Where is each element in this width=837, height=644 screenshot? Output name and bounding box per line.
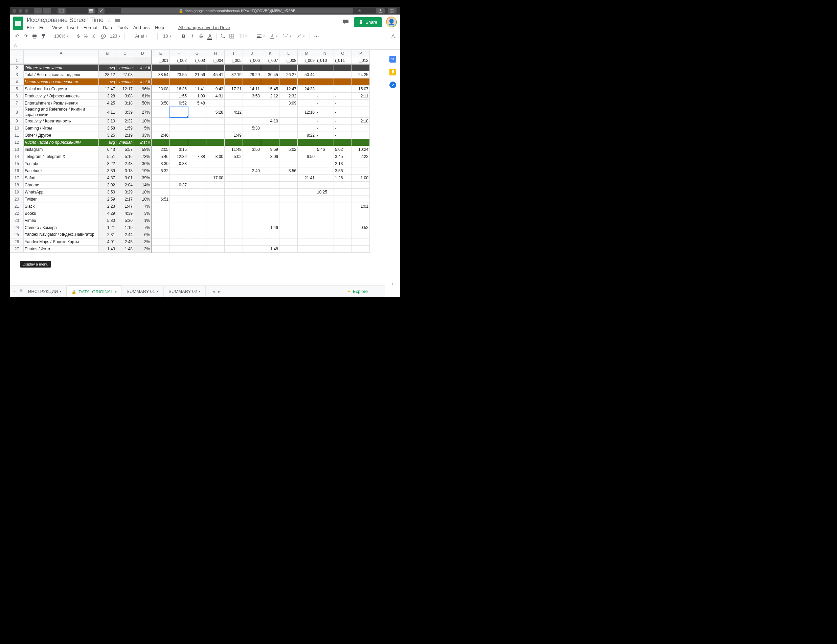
doc-title[interactable]: Исследование Screen Time — [27, 16, 103, 24]
sidebar-icon — [59, 9, 64, 13]
browser-window: ‹ › 🔒 docs.google.com/spreadsheets/d/1fP… — [10, 7, 400, 297]
text-color-button[interactable]: A — [206, 32, 213, 40]
traffic-lights[interactable] — [13, 9, 28, 13]
menu-file[interactable]: File — [27, 25, 34, 30]
halign-button[interactable] — [255, 32, 267, 40]
more-tools-button[interactable]: ⋯ — [313, 32, 320, 40]
svg-rect-7 — [391, 9, 394, 12]
back-button[interactable]: ‹ — [34, 8, 42, 13]
menu-tools[interactable]: Tools — [117, 25, 128, 30]
svg-rect-2 — [89, 9, 94, 10]
svg-rect-12 — [42, 34, 45, 36]
menu-view[interactable]: View — [52, 25, 62, 30]
font-dropdown[interactable]: Arial — [128, 32, 154, 40]
share-icon — [379, 9, 382, 13]
reload-button[interactable]: ⟳ — [358, 8, 364, 13]
fill-color-button[interactable] — [219, 32, 226, 40]
maximize-window-icon[interactable] — [25, 9, 28, 13]
tab-next-button[interactable]: ▸ — [218, 289, 221, 294]
add-sheet-button[interactable]: + — [13, 288, 17, 295]
menu-edit[interactable]: Edit — [39, 25, 47, 30]
keep-icon[interactable] — [389, 69, 396, 75]
share-browser-button[interactable] — [376, 8, 385, 13]
browser-toolbar: ‹ › 🔒 docs.google.com/spreadsheets/d/1fP… — [10, 7, 400, 15]
print-button[interactable] — [31, 32, 38, 40]
save-status[interactable]: All changes saved in Drive — [178, 25, 230, 30]
svg-rect-3 — [89, 10, 94, 11]
spreadsheet-grid[interactable]: ABCDEFGHIJKLMNOP1i_001i_002i_003i_004i_0… — [10, 50, 385, 293]
merge-button[interactable] — [237, 32, 249, 40]
redo-button[interactable]: ↷ — [22, 32, 30, 40]
svg-point-13 — [224, 37, 225, 38]
comments-button[interactable] — [342, 18, 350, 26]
url-text: docs.google.com/spreadsheets/d/1fPsxeTQO… — [185, 9, 296, 13]
menu-format[interactable]: Format — [84, 25, 97, 30]
tab-summary-01[interactable]: SUMMARY 01▾ — [122, 286, 164, 297]
tabs-icon — [390, 9, 394, 13]
svg-rect-18 — [242, 34, 244, 38]
svg-rect-4 — [89, 11, 94, 13]
calendar-icon[interactable]: 31 — [389, 56, 396, 62]
borders-button[interactable] — [228, 32, 235, 40]
fx-label: fx — [10, 42, 22, 49]
explore-icon: ✦ — [347, 289, 351, 294]
valign-button[interactable] — [268, 32, 280, 40]
tabs-browser-button[interactable] — [388, 8, 397, 13]
wrap-button[interactable] — [281, 32, 293, 40]
tooltip: Display a menu — [20, 261, 51, 267]
sidebar-toggle-button[interactable] — [57, 8, 66, 13]
extension-1-icon[interactable] — [88, 8, 95, 13]
menu-insert[interactable]: Insert — [67, 25, 78, 30]
explore-button[interactable]: ✦ Explore — [347, 289, 371, 294]
menu-bar: File Edit View Insert Format Data Tools … — [27, 25, 342, 30]
menu-addons[interactable]: Add-ons — [133, 25, 149, 30]
lock-share-icon — [359, 20, 363, 25]
toolbar: ↶ ↷ 100% $ % .0 .0̲0 123 Arial 10 B I S … — [10, 30, 400, 42]
star-icon[interactable]: ☆ — [107, 17, 112, 23]
sheets-header: Исследование Screen Time ☆ File Edit Vie… — [10, 15, 400, 30]
format-percent[interactable]: % — [82, 32, 89, 40]
menu-data[interactable]: Data — [103, 25, 112, 30]
tab-instructions[interactable]: ИНСТРУКЦИИ▾ — [23, 286, 67, 297]
collapse-toolbar-button[interactable]: ᐱ — [389, 32, 397, 40]
brush-icon — [99, 9, 103, 13]
format-more[interactable]: 123 — [108, 32, 122, 40]
tab-prev-button[interactable]: ◂ — [212, 289, 215, 294]
folder-icon[interactable] — [115, 18, 120, 23]
italic-button[interactable]: I — [189, 32, 196, 40]
side-panel: 31 › — [385, 50, 400, 293]
svg-rect-17 — [239, 34, 241, 38]
share-label: Share — [365, 20, 377, 25]
font-size-dropdown[interactable]: 10 — [160, 32, 174, 40]
bold-button[interactable]: B — [180, 32, 187, 40]
undo-button[interactable]: ↶ — [13, 32, 21, 40]
svg-rect-6 — [390, 10, 393, 13]
account-avatar[interactable]: 👤 — [386, 16, 397, 28]
tab-summary-02[interactable]: SUMMARY 02▾ — [164, 286, 206, 297]
tab-data-original[interactable]: 🔒 DATA_ORIGINAL▾ — [67, 286, 122, 297]
paint-format-button[interactable] — [39, 32, 47, 40]
format-dec-increase[interactable]: .0̲0 — [98, 32, 107, 40]
svg-text:A: A — [297, 35, 299, 38]
stack-icon — [89, 9, 94, 13]
side-panel-collapse[interactable]: › — [392, 282, 393, 287]
menu-help[interactable]: Help — [155, 25, 164, 30]
all-sheets-button[interactable]: ≡ — [20, 288, 23, 295]
url-bar[interactable]: 🔒 docs.google.com/spreadsheets/d/1fPsxeT… — [121, 8, 353, 13]
minimize-window-icon[interactable] — [19, 9, 22, 13]
svg-rect-11 — [33, 37, 36, 38]
zoom-dropdown[interactable]: 100% — [53, 32, 70, 40]
extension-2-icon[interactable] — [98, 8, 105, 13]
share-button[interactable]: Share — [354, 17, 382, 27]
format-dec-decrease[interactable]: .0 — [90, 32, 97, 40]
sheets-logo[interactable] — [13, 16, 23, 30]
format-currency[interactable]: $ — [76, 32, 81, 40]
lock-icon: 🔒 — [71, 290, 77, 294]
close-window-icon[interactable] — [13, 9, 16, 13]
svg-rect-0 — [59, 9, 64, 13]
rotate-button[interactable]: A — [295, 32, 307, 40]
forward-button[interactable]: › — [43, 8, 51, 13]
strike-button[interactable]: S — [197, 32, 205, 40]
tasks-icon[interactable] — [389, 82, 396, 88]
sheet-tabs-bar: + ≡ ИНСТРУКЦИИ▾ 🔒 DATA_ORIGINAL▾ SUMMARY… — [10, 285, 385, 297]
